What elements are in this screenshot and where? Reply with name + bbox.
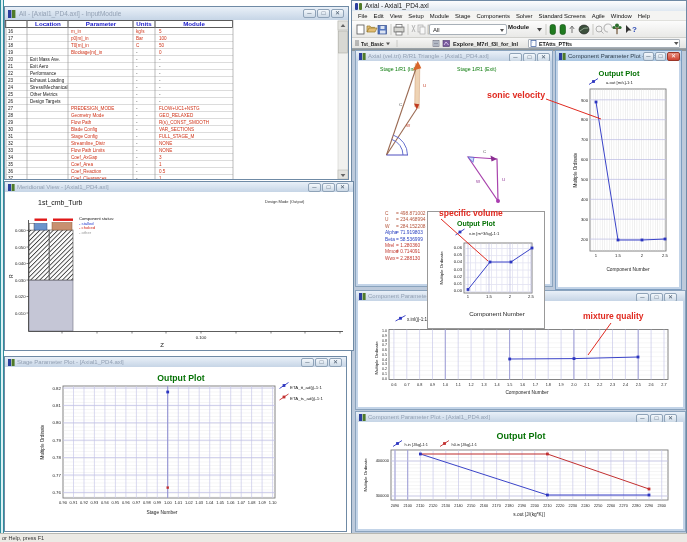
svg-text:-: - — [136, 134, 138, 139]
svg-text:2140: 2140 — [454, 504, 462, 508]
svg-text:= 2.288130: = 2.288130 — [396, 256, 420, 261]
svg-text:1.2: 1.2 — [468, 383, 473, 387]
svg-text:-: - — [136, 141, 138, 146]
svg-text:1.7: 1.7 — [533, 383, 538, 387]
svg-text:Bar: Bar — [136, 36, 144, 41]
svg-text:200: 200 — [581, 237, 589, 242]
svg-text:2170: 2170 — [492, 504, 500, 508]
svg-text:34: 34 — [8, 155, 14, 160]
svg-text:-: - — [136, 176, 138, 179]
svg-text:1.04: 1.04 — [206, 500, 215, 505]
svg-text:500: 500 — [581, 177, 589, 182]
svg-text:Other Metrics: Other Metrics — [30, 92, 58, 97]
svg-text:Output Plot: Output Plot — [599, 69, 640, 78]
svg-text:900: 900 — [581, 98, 589, 103]
svg-text:R: R — [9, 274, 14, 278]
svg-text:0.060: 0.060 — [15, 228, 26, 233]
svg-text:1.5: 1.5 — [507, 383, 512, 387]
svg-text:1.8: 1.8 — [546, 383, 551, 387]
svg-text:3: 3 — [159, 155, 162, 160]
svg-text:1.07: 1.07 — [237, 500, 246, 505]
svg-text:0.8: 0.8 — [417, 383, 422, 387]
svg-text:= 284.152208: = 284.152208 — [396, 224, 426, 229]
svg-text:0.050: 0.050 — [15, 245, 26, 250]
svg-text:-: - — [136, 148, 138, 153]
svg-text:400000: 400000 — [376, 458, 390, 463]
svg-text:Geometry Mode: Geometry Mode — [71, 113, 104, 118]
svg-text:U: U — [423, 83, 426, 88]
svg-text:24: 24 — [8, 85, 14, 90]
svg-text:Module: Module — [183, 20, 205, 27]
svg-text:37: 37 — [8, 176, 14, 179]
svg-text:0.020: 0.020 — [15, 294, 26, 299]
svg-text:-: - — [136, 85, 138, 90]
svg-text:-: - — [136, 120, 138, 125]
svg-text:400: 400 — [581, 197, 589, 202]
svg-text:0.81: 0.81 — [52, 403, 61, 408]
svg-text:2.4: 2.4 — [623, 383, 628, 387]
svg-text:2270: 2270 — [619, 504, 627, 508]
svg-text:= 234.468994: = 234.468994 — [396, 217, 426, 222]
svg-text:0.94: 0.94 — [101, 500, 110, 505]
svg-text:2090: 2090 — [391, 504, 399, 508]
svg-text:0.010: 0.010 — [15, 311, 26, 316]
svg-text:Component Number: Component Number — [606, 267, 650, 272]
svg-text:C: C — [483, 149, 486, 154]
svg-text:0.030: 0.030 — [15, 278, 26, 283]
svg-text:Coef_AxGap: Coef_AxGap — [71, 155, 98, 160]
svg-text:31: 31 — [8, 134, 14, 139]
svg-text:-: - — [136, 78, 138, 83]
svg-text:VAR_SECTIONS: VAR_SECTIONS — [159, 127, 194, 132]
svg-text:1.0: 1.0 — [443, 383, 448, 387]
svg-text:0.80: 0.80 — [52, 420, 61, 425]
svg-text:-: - — [136, 169, 138, 174]
svg-text:36: 36 — [8, 169, 14, 174]
svg-text:-: - — [136, 92, 138, 97]
svg-text:0.7: 0.7 — [404, 383, 409, 387]
svg-text:0.9: 0.9 — [430, 383, 435, 387]
svg-text:2110: 2110 — [416, 504, 424, 508]
svg-text:-: - — [136, 113, 138, 118]
svg-text:Stage 1/R1 (Inl): Stage 1/R1 (Inl) — [380, 66, 417, 72]
svg-text:2.0: 2.0 — [571, 383, 576, 387]
svg-text:Multiple Ordinate: Multiple Ordinate — [40, 424, 45, 459]
svg-text:FLOW+UC1+NSTG: FLOW+UC1+NSTG — [159, 106, 200, 111]
svg-text:2.5: 2.5 — [636, 383, 641, 387]
svg-text:0.96: 0.96 — [122, 500, 131, 505]
svg-text:-: - — [159, 64, 161, 69]
svg-text:0.9: 0.9 — [382, 334, 387, 338]
svg-text:0.040: 0.040 — [15, 261, 26, 266]
svg-text:v.in [m^3/kg]-1:1: v.in [m^3/kg]-1:1 — [469, 231, 500, 236]
svg-text:NONE: NONE — [159, 141, 172, 146]
svg-text:21: 21 — [8, 64, 14, 69]
svg-text:Blockage[m]_in: Blockage[m]_in — [71, 50, 103, 55]
svg-text:1.03: 1.03 — [195, 500, 204, 505]
svg-text:GEO_RELAXED: GEO_RELAXED — [159, 113, 194, 118]
svg-text:30: 30 — [8, 127, 14, 132]
svg-text:25: 25 — [8, 92, 14, 97]
svg-text:100: 100 — [159, 36, 167, 41]
svg-text:20: 20 — [8, 57, 14, 62]
svg-text:1.08: 1.08 — [248, 500, 257, 505]
svg-text:16: 16 — [8, 29, 14, 34]
svg-text:0.82: 0.82 — [52, 386, 61, 391]
svg-text:Parameter: Parameter — [86, 20, 117, 27]
svg-text:0: 0 — [159, 50, 162, 55]
svg-text:Coef_Reaction: Coef_Reaction — [71, 169, 102, 174]
svg-text:-: - — [136, 57, 138, 62]
svg-text:-: - — [136, 106, 138, 111]
svg-text:1: 1 — [159, 162, 162, 167]
svg-text:600: 600 — [581, 157, 589, 162]
svg-text:26: 26 — [8, 99, 14, 104]
svg-text:1.5: 1.5 — [615, 253, 621, 258]
svg-text:0.04: 0.04 — [454, 259, 463, 264]
svg-text:Output Plot: Output Plot — [497, 431, 546, 441]
svg-text:0.100: 0.100 — [196, 335, 207, 340]
svg-text:Stage Number: Stage Number — [147, 510, 178, 515]
svg-text:Tst_Basic: Tst_Basic — [361, 42, 384, 47]
svg-text:1.3: 1.3 — [481, 383, 486, 387]
svg-text:Multiple Ordinate: Multiple Ordinate — [363, 458, 368, 492]
svg-text:1.06: 1.06 — [227, 500, 236, 505]
svg-text:-: - — [159, 99, 161, 104]
svg-text:0.2: 0.2 — [382, 367, 387, 371]
